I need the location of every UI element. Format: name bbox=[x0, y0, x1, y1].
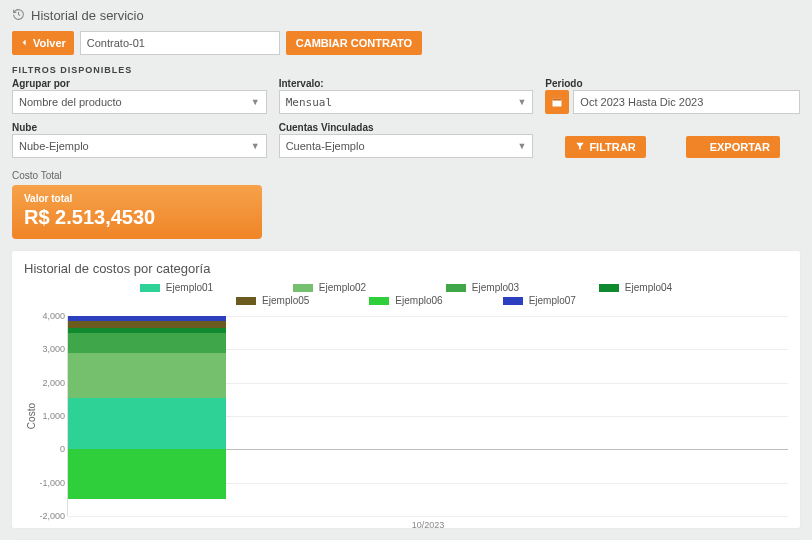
bar-segment bbox=[68, 316, 226, 321]
back-button[interactable]: Volver bbox=[12, 31, 74, 55]
cloud-value: Nube-Ejemplo bbox=[19, 140, 89, 152]
total-card-label: Valor total bbox=[24, 193, 250, 204]
bar-segment bbox=[68, 353, 226, 398]
legend-label: Ejemplo06 bbox=[395, 295, 442, 306]
total-card-value: R$ 2.513,4530 bbox=[24, 206, 250, 229]
period-value: Oct 2023 Hasta Dic 2023 bbox=[580, 96, 703, 108]
ytick: -1,000 bbox=[39, 478, 65, 488]
legend-item[interactable]: Ejemplo07 bbox=[503, 295, 576, 306]
bar-segment bbox=[68, 333, 226, 353]
chart-legend: Ejemplo01Ejemplo02Ejemplo03Ejemplo04 Eje… bbox=[20, 282, 792, 310]
ytick: -2,000 bbox=[39, 511, 65, 521]
legend-label: Ejemplo07 bbox=[529, 295, 576, 306]
accounts-label: Cuentas Vinculadas bbox=[279, 122, 534, 133]
bar-segment bbox=[68, 398, 226, 450]
accounts-select[interactable]: Cuenta-Ejemplo ▼ bbox=[279, 134, 534, 158]
cloud-label: Nube bbox=[12, 122, 267, 133]
page-title-text: Historial de servicio bbox=[31, 8, 144, 23]
legend-label: Ejemplo05 bbox=[262, 295, 309, 306]
bar-segment bbox=[68, 328, 226, 333]
chart-xlabel: 10/2023 bbox=[68, 520, 788, 530]
interval-select[interactable]: Mensual ▼ bbox=[279, 90, 534, 114]
legend-item[interactable]: Ejemplo01 bbox=[140, 282, 213, 293]
legend-label: Ejemplo02 bbox=[319, 282, 366, 293]
legend-swatch bbox=[140, 284, 160, 292]
legend-swatch bbox=[236, 297, 256, 305]
legend-swatch bbox=[503, 297, 523, 305]
calendar-icon[interactable] bbox=[545, 90, 569, 114]
legend-label: Ejemplo03 bbox=[472, 282, 519, 293]
ytick: 4,000 bbox=[42, 311, 65, 321]
total-card: Valor total R$ 2.513,4530 bbox=[12, 185, 262, 239]
legend-label: Ejemplo04 bbox=[625, 282, 672, 293]
history-icon bbox=[12, 8, 25, 23]
ytick: 3,000 bbox=[42, 344, 65, 354]
legend-swatch bbox=[293, 284, 313, 292]
interval-value: Mensual bbox=[286, 96, 332, 109]
contract-input[interactable]: Contrato-01 bbox=[80, 31, 280, 55]
accounts-value: Cuenta-Ejemplo bbox=[286, 140, 365, 152]
chart-ylabel: Costo bbox=[24, 403, 37, 429]
legend-item[interactable]: Ejemplo04 bbox=[599, 282, 672, 293]
legend-item[interactable]: Ejemplo02 bbox=[293, 282, 366, 293]
legend-swatch bbox=[446, 284, 466, 292]
cloud-select[interactable]: Nube-Ejemplo ▼ bbox=[12, 134, 267, 158]
period-input[interactable]: Oct 2023 Hasta Dic 2023 bbox=[573, 90, 800, 114]
chart-panel: Historial de costos por categoría Ejempl… bbox=[12, 251, 800, 528]
bar-segment bbox=[68, 449, 226, 499]
groupby-value: Nombre del producto bbox=[19, 96, 122, 108]
bar-segment bbox=[68, 321, 226, 328]
back-button-label: Volver bbox=[33, 37, 66, 49]
chart-panel-title: Historial de costos por categoría bbox=[24, 261, 792, 276]
chevron-down-icon: ▼ bbox=[251, 141, 260, 151]
change-contract-label: CAMBIAR CONTRATO bbox=[296, 37, 412, 49]
interval-label: Intervalo: bbox=[279, 78, 534, 89]
arrow-left-icon bbox=[20, 37, 29, 49]
chevron-down-icon: ▼ bbox=[517, 141, 526, 151]
ytick: 2,000 bbox=[42, 378, 65, 388]
chart-area: Costo -2,000-1,00001,0002,0003,0004,000 … bbox=[24, 316, 788, 516]
export-button-label: EXPORTAR bbox=[710, 141, 770, 153]
legend-item[interactable]: Ejemplo05 bbox=[236, 295, 309, 306]
page-title: Historial de servicio bbox=[12, 8, 800, 23]
svg-rect-1 bbox=[553, 99, 562, 101]
change-contract-button[interactable]: CAMBIAR CONTRATO bbox=[286, 31, 422, 55]
legend-item[interactable]: Ejemplo06 bbox=[369, 295, 442, 306]
contract-input-value: Contrato-01 bbox=[87, 37, 145, 49]
funnel-icon bbox=[575, 141, 585, 153]
gridline bbox=[68, 516, 788, 517]
download-icon bbox=[696, 141, 706, 153]
filter-button-label: FILTRAR bbox=[589, 141, 635, 153]
groupby-label: Agrupar por bbox=[12, 78, 267, 89]
filters-available-label: FILTROS DISPONIBLES bbox=[12, 65, 800, 75]
legend-swatch bbox=[369, 297, 389, 305]
chevron-down-icon: ▼ bbox=[517, 97, 526, 107]
ytick: 0 bbox=[60, 444, 65, 454]
ytick: 1,000 bbox=[42, 411, 65, 421]
legend-item[interactable]: Ejemplo03 bbox=[446, 282, 519, 293]
chevron-down-icon: ▼ bbox=[251, 97, 260, 107]
filter-button[interactable]: FILTRAR bbox=[565, 136, 645, 158]
period-label: Periodo bbox=[545, 78, 800, 89]
groupby-select[interactable]: Nombre del producto ▼ bbox=[12, 90, 267, 114]
export-button[interactable]: EXPORTAR bbox=[686, 136, 780, 158]
total-section-label: Costo Total bbox=[12, 170, 800, 181]
legend-swatch bbox=[599, 284, 619, 292]
legend-label: Ejemplo01 bbox=[166, 282, 213, 293]
